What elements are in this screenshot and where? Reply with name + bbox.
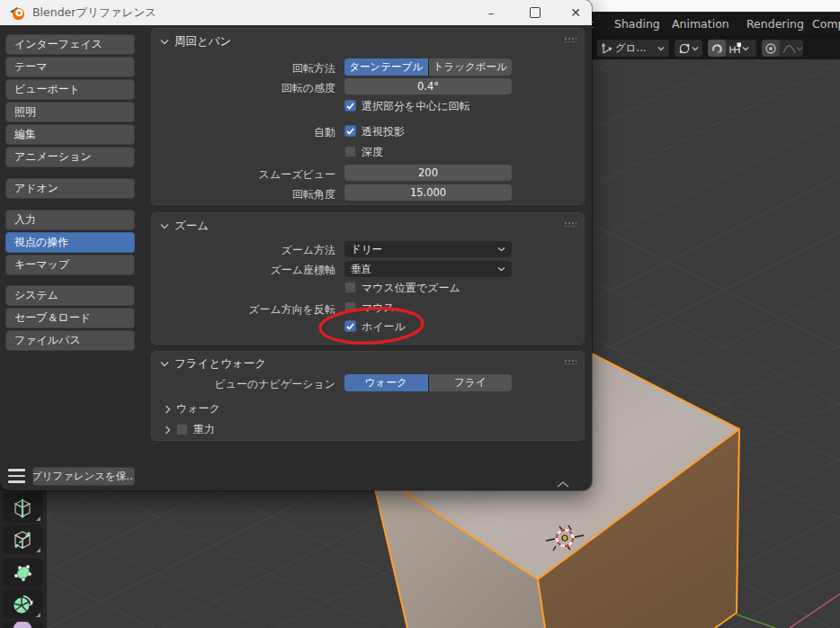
gravity-checkbox[interactable] bbox=[176, 424, 188, 435]
snap-with-dropdown[interactable] bbox=[726, 40, 752, 57]
section-title: フライとウォーク bbox=[174, 356, 266, 372]
scroll-up-chevron-icon[interactable] bbox=[554, 480, 572, 489]
check-icon bbox=[346, 103, 354, 110]
subtool-indicator bbox=[36, 613, 40, 617]
zoom-to-mouse-checkbox[interactable] bbox=[344, 282, 356, 293]
tool-poly-build[interactable] bbox=[3, 558, 42, 588]
pivot-point-dropdown[interactable] bbox=[675, 40, 702, 57]
snapping-controls bbox=[708, 40, 756, 57]
falloff-curve-icon bbox=[782, 42, 796, 55]
sidebar-item-addons[interactable]: アドオン bbox=[5, 178, 135, 199]
gravity-subsection[interactable]: 重力 bbox=[165, 422, 215, 437]
zoom-axis-value: 垂直 bbox=[351, 263, 371, 276]
tab-rendering[interactable]: Rendering bbox=[746, 17, 804, 31]
auto-depth-label: 深度 bbox=[362, 145, 383, 160]
proportional-edit-toggle[interactable] bbox=[762, 40, 780, 57]
tab-compositing[interactable]: Composi bbox=[812, 17, 840, 31]
subtool-indicator bbox=[36, 516, 40, 521]
invert-wheel-checkbox[interactable] bbox=[344, 320, 356, 332]
section-header-fly-walk[interactable]: フライとウォーク bbox=[160, 356, 266, 372]
orbit-sensitivity-label: 回転の感度 bbox=[152, 81, 335, 96]
section-orbit-pan: 周回とパン 回転方法 ターンテーブル トラックボール 回転の感度 0.4° 選択… bbox=[151, 28, 585, 205]
zoom-method-label: ズーム方法 bbox=[152, 243, 335, 258]
save-preferences-button[interactable]: プリファレンスを保... bbox=[32, 467, 135, 486]
blender-logo-icon bbox=[8, 5, 25, 21]
rotation-angle-label: 回転角度 bbox=[152, 187, 335, 202]
sidebar-item-lights[interactable]: 照明 bbox=[5, 102, 135, 122]
smooth-view-label: スムーズビュー bbox=[152, 167, 335, 183]
grip-dots-icon[interactable] bbox=[564, 359, 576, 364]
view-navigation-label: ビューのナビゲーション bbox=[152, 377, 335, 392]
tool-knife[interactable] bbox=[3, 525, 42, 554]
snap-increment-icon bbox=[728, 42, 742, 55]
invert-mouse-checkbox[interactable] bbox=[344, 301, 356, 313]
proportional-edit-icon bbox=[764, 42, 777, 55]
orbit-method-segmented: ターンテーブル トラックボール bbox=[344, 58, 512, 76]
orientation-label: グロ... bbox=[613, 41, 648, 55]
chevron-down-icon bbox=[796, 46, 803, 51]
option-trackball[interactable]: トラックボール bbox=[429, 58, 513, 76]
option-turntable[interactable]: ターンテーブル bbox=[344, 58, 428, 76]
chevron-down-icon bbox=[497, 247, 505, 252]
sidebar-item-viewport[interactable]: ビューポート bbox=[5, 79, 135, 100]
walk-subsection[interactable]: ウォーク bbox=[165, 401, 220, 417]
option-fly[interactable]: フライ bbox=[429, 374, 513, 391]
invert-zoom-label: ズーム方向を反転 bbox=[152, 302, 335, 318]
transform-orientation-dropdown[interactable]: グロ... bbox=[597, 40, 669, 57]
section-zoom: ズーム ズーム方法 ドリー ズーム座標軸 垂直 マウス位置でズーム ズーム方向を… bbox=[151, 212, 585, 345]
chevron-down-icon bbox=[497, 266, 505, 272]
auto-perspective-checkbox[interactable] bbox=[344, 125, 356, 137]
tool-loop-cut[interactable] bbox=[3, 493, 42, 523]
rotation-angle-field[interactable]: 15.000 bbox=[344, 184, 512, 201]
chevron-down-icon bbox=[742, 46, 749, 51]
zoom-method-value: ドリー bbox=[351, 243, 382, 256]
orbit-sensitivity-field[interactable]: 0.4° bbox=[344, 78, 512, 94]
tool-smooth[interactable] bbox=[3, 621, 42, 628]
tab-shading[interactable]: Shading bbox=[614, 17, 660, 31]
section-header-orbit[interactable]: 周回とパン bbox=[160, 34, 231, 49]
hamburger-menu-icon[interactable] bbox=[8, 469, 25, 483]
maximize-button[interactable] bbox=[514, 0, 556, 25]
maximize-icon bbox=[530, 7, 541, 18]
auto-depth-checkbox[interactable] bbox=[344, 146, 356, 157]
sidebar-item-keymap[interactable]: キーマップ bbox=[5, 255, 135, 275]
sidebar-item-interface[interactable]: インターフェイス bbox=[5, 34, 135, 55]
option-walk[interactable]: ウォーク bbox=[344, 374, 428, 391]
sidebar-item-themes[interactable]: テーマ bbox=[5, 57, 135, 77]
orbit-method-label: 回転方法 bbox=[152, 61, 335, 76]
sidebar-item-file-paths[interactable]: ファイルパス bbox=[5, 330, 135, 351]
grip-dots-icon[interactable] bbox=[564, 221, 576, 227]
orbit-around-selection-checkbox[interactable] bbox=[344, 100, 356, 112]
section-title: 周回とパン bbox=[174, 34, 231, 49]
chevron-right-icon bbox=[165, 405, 171, 414]
sidebar-item-save-load[interactable]: セーブ＆ロード bbox=[5, 308, 135, 328]
tool-spin[interactable] bbox=[3, 589, 42, 619]
snap-toggle[interactable] bbox=[708, 40, 726, 57]
minimize-button[interactable]: – bbox=[470, 0, 512, 25]
orbit-around-selection-label: 選択部分を中心に回転 bbox=[362, 99, 470, 114]
transform-orientation-icon bbox=[601, 42, 613, 55]
sidebar-item-system[interactable]: システム bbox=[5, 285, 135, 306]
sidebar-item-editing[interactable]: 編集 bbox=[5, 124, 135, 145]
zoom-method-dropdown[interactable]: ドリー bbox=[344, 241, 512, 257]
section-fly-walk: フライとウォーク ビューのナビゲーション ウォーク フライ ウォーク 重力 bbox=[151, 351, 585, 441]
window-titlebar[interactable]: Blenderプリファレンス – ✕ bbox=[0, 0, 592, 25]
zoom-axis-dropdown[interactable]: 垂直 bbox=[344, 261, 512, 277]
screen: t Shading Animation Rendering Composi グロ… bbox=[0, 0, 840, 628]
sidebar-item-input[interactable]: 入力 bbox=[5, 210, 135, 230]
check-icon bbox=[346, 128, 354, 135]
invert-wheel-label: ホイール bbox=[362, 319, 406, 335]
smooth-view-field[interactable]: 200 bbox=[344, 165, 512, 181]
subtool-indicator bbox=[36, 548, 40, 552]
pivot-point-icon bbox=[678, 42, 691, 55]
falloff-dropdown[interactable] bbox=[780, 40, 806, 57]
chevron-down-icon bbox=[160, 361, 169, 367]
tab-animation[interactable]: Animation bbox=[672, 17, 729, 31]
section-title: ズーム bbox=[174, 219, 209, 234]
invert-mouse-label: マウス bbox=[362, 301, 395, 316]
section-header-zoom[interactable]: ズーム bbox=[160, 219, 209, 234]
sidebar-item-animation[interactable]: アニメーション bbox=[5, 147, 135, 167]
close-button[interactable]: ✕ bbox=[555, 0, 596, 25]
grip-dots-icon[interactable] bbox=[564, 37, 576, 42]
sidebar-item-navigation[interactable]: 視点の操作 bbox=[5, 232, 135, 253]
